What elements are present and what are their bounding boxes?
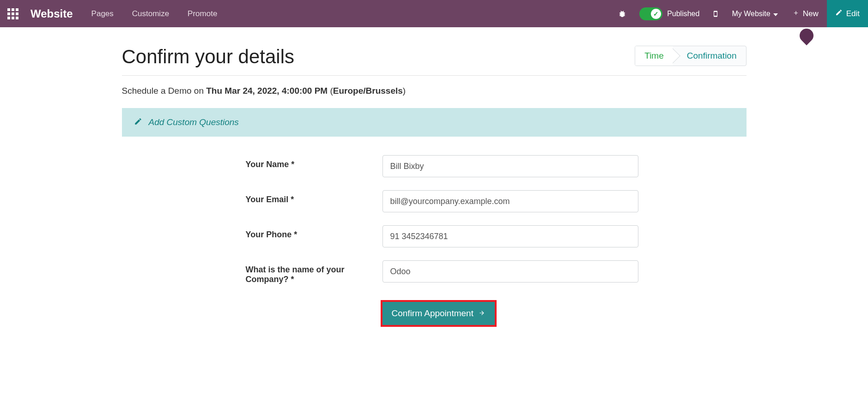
published-label: Published [667, 10, 699, 18]
submit-spacer [122, 302, 382, 325]
confirm-appointment-button[interactable]: Confirm Appointment [382, 302, 495, 325]
submit-row: Confirm Appointment [122, 302, 747, 325]
input-company[interactable] [382, 260, 638, 283]
navbar-right: ✓ Published My Website New Edit [612, 0, 868, 27]
navbar-left: Website Pages Customize Promote [7, 7, 217, 20]
top-navbar: Website Pages Customize Promote ✓ Publis… [0, 0, 868, 27]
caret-down-icon [773, 10, 778, 18]
row-phone: Your Phone * [122, 225, 747, 247]
input-phone[interactable] [382, 225, 638, 247]
nav-promote[interactable]: Promote [188, 9, 217, 18]
add-custom-questions-banner[interactable]: Add Custom Questions [122, 108, 747, 137]
plus-icon [793, 9, 799, 18]
main-container: Confirm your details Time Confirmation S… [113, 27, 756, 343]
custom-questions-label: Add Custom Questions [149, 117, 239, 127]
label-email: Your Email * [246, 190, 382, 204]
row-name: Your Name * [122, 155, 747, 177]
label-phone: Your Phone * [246, 225, 382, 240]
row-company: What is the name of your Company? * [122, 260, 747, 284]
schedule-tz-open: ( [328, 86, 333, 96]
nav-pages[interactable]: Pages [91, 9, 114, 18]
step-time[interactable]: Time [635, 46, 673, 66]
progress-steps: Time Confirmation [635, 46, 746, 66]
input-email[interactable] [382, 190, 638, 212]
new-label: New [803, 9, 819, 18]
pencil-icon [835, 9, 843, 18]
step-confirmation[interactable]: Confirmation [673, 46, 746, 66]
my-website-label: My Website [732, 10, 770, 18]
schedule-prefix: Schedule a Demo on [122, 86, 206, 96]
confirm-label: Confirm Appointment [392, 308, 473, 319]
tour-pointer-icon [797, 26, 816, 45]
schedule-datetime: Thu Mar 24, 2022, 4:00:00 PM [206, 86, 328, 96]
apps-grid-icon[interactable] [7, 8, 18, 19]
schedule-tz: Europe/Brussels [333, 86, 403, 96]
header-row: Confirm your details Time Confirmation [122, 46, 747, 76]
appointment-form: Your Name * Your Email * Your Phone * Wh… [122, 155, 747, 325]
my-website-dropdown[interactable]: My Website [725, 10, 784, 18]
mobile-preview-icon[interactable] [706, 0, 725, 27]
brand-label[interactable]: Website [30, 7, 73, 20]
label-company: What is the name of your Company? * [246, 260, 382, 284]
row-email: Your Email * [122, 190, 747, 212]
arrow-right-icon [478, 308, 486, 319]
new-button[interactable]: New [784, 0, 827, 27]
label-name: Your Name * [246, 155, 382, 169]
published-toggle[interactable]: ✓ [639, 7, 662, 20]
debug-icon[interactable] [612, 0, 633, 27]
pencil-icon [134, 117, 142, 127]
edit-button[interactable]: Edit [827, 0, 868, 27]
schedule-tz-close: ) [403, 86, 406, 96]
input-name[interactable] [382, 155, 638, 177]
page-title: Confirm your details [122, 46, 294, 68]
nav-customize[interactable]: Customize [132, 9, 169, 18]
publish-toggle-group: ✓ Published [633, 0, 706, 27]
edit-label: Edit [846, 9, 860, 18]
check-icon: ✓ [653, 10, 659, 18]
schedule-line: Schedule a Demo on Thu Mar 24, 2022, 4:0… [122, 86, 747, 96]
